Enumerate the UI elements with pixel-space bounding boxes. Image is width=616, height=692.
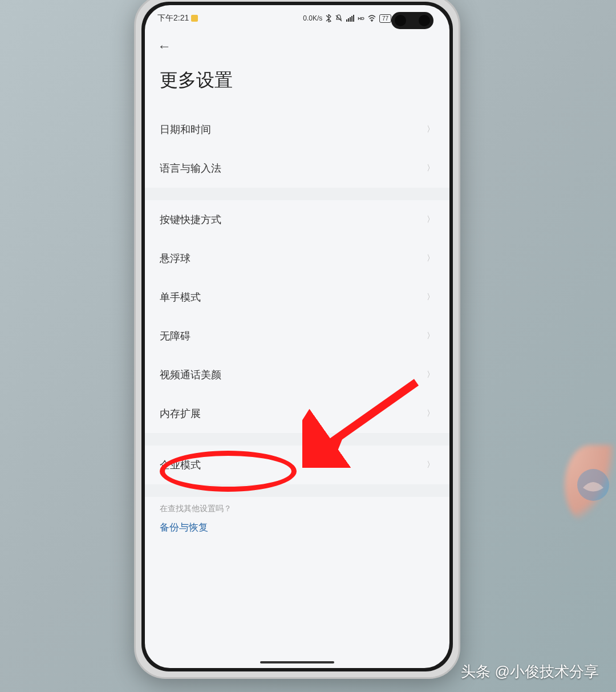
svg-rect-2 xyxy=(350,17,351,22)
svg-rect-1 xyxy=(348,18,349,22)
svg-rect-0 xyxy=(346,19,347,22)
backup-restore-link[interactable]: 备份与恢复 xyxy=(145,516,449,534)
watermark-text: 头条 @小俊技术分享 xyxy=(461,662,599,682)
section-divider xyxy=(145,433,449,446)
signal-icon xyxy=(346,15,354,22)
svg-rect-4 xyxy=(353,15,354,22)
phone-frame: 下午2:21 0.0K/s HD xyxy=(134,0,460,679)
search-hint: 在查找其他设置吗？ xyxy=(145,497,449,516)
chevron-right-icon: 〉 xyxy=(427,331,435,341)
hd-icon: HD xyxy=(358,16,364,21)
data-speed: 0.0K/s xyxy=(303,14,322,22)
header-bar: ← xyxy=(145,28,449,60)
chevron-right-icon: 〉 xyxy=(427,124,435,135)
back-button[interactable]: ← xyxy=(157,38,171,54)
watermark-logo xyxy=(576,468,610,502)
settings-item-accessibility[interactable]: 无障碍 〉 xyxy=(160,317,435,355)
settings-item-label: 无障碍 xyxy=(160,329,191,343)
chevron-right-icon: 〉 xyxy=(427,370,435,380)
settings-item-memory-extension[interactable]: 内存扩展 〉 xyxy=(160,394,435,433)
settings-item-date-time[interactable]: 日期和时间 〉 xyxy=(160,110,435,149)
chevron-right-icon: 〉 xyxy=(427,215,435,225)
chevron-right-icon: 〉 xyxy=(427,253,435,264)
settings-section-1: 日期和时间 〉 语言与输入法 〉 按键快捷方式 〉 悬浮球 〉 xyxy=(145,110,449,497)
chevron-right-icon: 〉 xyxy=(427,408,435,419)
settings-item-label: 视频通话美颜 xyxy=(160,368,221,382)
settings-item-label: 内存扩展 xyxy=(160,407,201,420)
settings-item-label: 按键快捷方式 xyxy=(160,213,221,226)
camera-cutout xyxy=(391,12,433,29)
settings-item-label: 日期和时间 xyxy=(160,123,211,136)
phone-screen: 下午2:21 0.0K/s HD xyxy=(145,5,449,668)
chevron-right-icon: 〉 xyxy=(427,163,435,173)
settings-item-label: 单手模式 xyxy=(160,290,201,304)
bluetooth-icon xyxy=(326,14,331,22)
settings-item-onehand[interactable]: 单手模式 〉 xyxy=(160,278,435,317)
settings-item-shortcuts[interactable]: 按键快捷方式 〉 xyxy=(160,200,435,239)
notification-icon xyxy=(191,15,198,22)
battery-icon: 77 xyxy=(379,14,391,23)
settings-item-video-beauty[interactable]: 视频通话美颜 〉 xyxy=(160,355,435,394)
battery-level: 77 xyxy=(382,15,388,22)
settings-item-label: 企业模式 xyxy=(160,458,201,472)
section-divider xyxy=(145,484,449,497)
dnd-icon xyxy=(335,14,343,22)
settings-item-label: 悬浮球 xyxy=(160,252,191,265)
nav-bar-indicator[interactable] xyxy=(260,661,334,663)
settings-item-enterprise[interactable]: 企业模式 〉 xyxy=(160,446,435,484)
settings-item-label: 语言与输入法 xyxy=(160,161,221,175)
section-divider xyxy=(145,188,449,200)
phone-bezel: 下午2:21 0.0K/s HD xyxy=(141,2,453,671)
chevron-right-icon: 〉 xyxy=(427,460,435,470)
svg-point-5 xyxy=(371,21,372,22)
chevron-right-icon: 〉 xyxy=(427,292,435,302)
wifi-icon xyxy=(368,15,376,22)
settings-item-language[interactable]: 语言与输入法 〉 xyxy=(160,149,435,188)
page-title: 更多设置 xyxy=(145,60,449,110)
status-time: 下午2:21 xyxy=(157,13,189,23)
svg-rect-3 xyxy=(351,16,352,22)
settings-item-floating-ball[interactable]: 悬浮球 〉 xyxy=(160,239,435,278)
